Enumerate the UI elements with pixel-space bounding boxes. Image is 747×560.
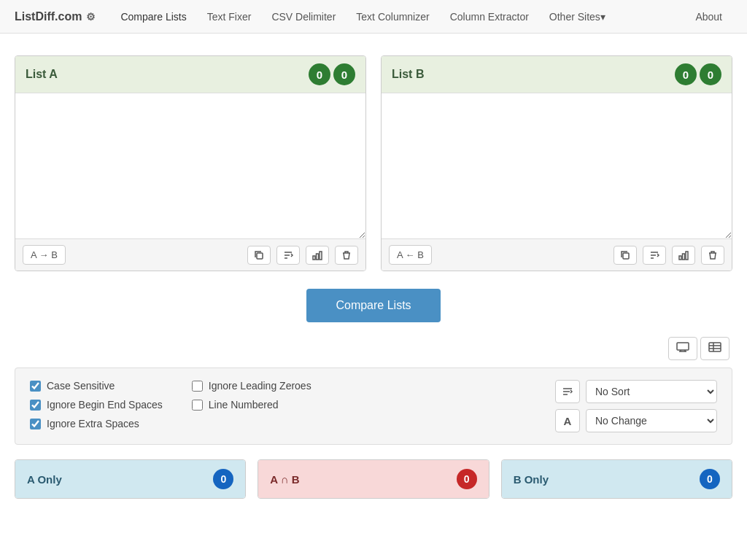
list-a-badge-2: 0 — [333, 63, 355, 85]
ignore-begin-end-row[interactable]: Ignore Begin End Spaces — [30, 399, 163, 411]
svg-rect-4 — [313, 256, 315, 260]
list-b-textarea[interactable] — [382, 93, 732, 238]
view-toggles — [15, 337, 732, 360]
case-sensitive-label: Case Sensitive — [47, 380, 115, 392]
list-b-footer: A ← B — [382, 238, 732, 271]
nav-text-columnizer[interactable]: Text Columnizer — [346, 0, 439, 34]
case-row: A No Change Uppercase Lowercase — [555, 409, 717, 432]
sort-col: No Sort A-Z Z-A A No Change Uppercase Lo… — [555, 380, 717, 432]
list-a-badges: 0 0 — [309, 63, 355, 85]
svg-rect-13 — [686, 252, 688, 260]
list-a-badge-1: 0 — [309, 63, 330, 85]
result-b-only-title: B Only — [514, 473, 549, 486]
svg-rect-6 — [320, 252, 322, 260]
brand: ListDiff.com ⚙ — [15, 10, 96, 23]
list-a-title: List A — [26, 68, 58, 81]
result-intersection: A ∩ B 0 — [258, 459, 489, 499]
navbar: ListDiff.com ⚙ Compare Lists Text Fixer … — [0, 0, 747, 34]
list-a-footer: A → B — [15, 238, 365, 271]
ignore-leading-zeroes-label: Ignore Leading Zeroes — [209, 380, 311, 392]
result-b-only-count: 0 — [700, 469, 720, 489]
list-b-badge-1: 0 — [675, 63, 697, 85]
list-a-header: List A 0 0 — [15, 56, 365, 93]
result-intersection-count: 0 — [457, 469, 477, 489]
list-b-copy-button[interactable] — [614, 246, 637, 265]
list-b-title: List B — [392, 68, 424, 81]
result-b-only-header: B Only 0 — [502, 460, 732, 498]
result-b-only: B Only 0 — [501, 459, 732, 499]
brand-name: ListDiff.com — [15, 10, 82, 23]
nav-column-extractor[interactable]: Column Extractor — [440, 0, 539, 34]
lists-row: List A 0 0 A → B — [15, 55, 732, 271]
list-a-copy-button[interactable] — [247, 246, 271, 265]
line-numbered-row[interactable]: Line Numbered — [192, 399, 311, 411]
svg-rect-18 — [709, 343, 721, 351]
svg-rect-0 — [257, 253, 263, 259]
list-b-transfer-button[interactable]: A ← B — [389, 245, 432, 265]
results-row: A Only 0 A ∩ B 0 B Only 0 — [15, 459, 732, 499]
list-a-clear-button[interactable] — [335, 246, 358, 265]
view-desktop-button[interactable] — [668, 337, 697, 360]
ignore-extra-checkbox[interactable] — [30, 419, 41, 429]
nav-compare-lists[interactable]: Compare Lists — [110, 0, 196, 34]
result-a-only-header: A Only 0 — [15, 460, 245, 498]
list-b-box: List B 0 0 A ← B — [381, 55, 732, 271]
case-select[interactable]: No Change Uppercase Lowercase — [586, 409, 717, 432]
checkboxes-col-2: Ignore Leading Zeroes Line Numbered — [192, 380, 311, 411]
list-b-clear-button[interactable] — [701, 246, 724, 265]
main-content: List A 0 0 A → B — [0, 34, 747, 521]
case-sensitive-checkbox[interactable] — [30, 381, 41, 392]
result-intersection-header: A ∩ B 0 — [258, 460, 488, 498]
sort-select[interactable]: No Sort A-Z Z-A — [586, 380, 717, 403]
nav-other-sites[interactable]: Other Sites ▾ — [539, 0, 616, 34]
nav-right: About — [685, 0, 732, 34]
ignore-leading-zeroes-row[interactable]: Ignore Leading Zeroes — [192, 380, 311, 392]
ignore-begin-end-label: Ignore Begin End Spaces — [47, 399, 163, 411]
compare-button[interactable]: Compare Lists — [306, 289, 440, 322]
ignore-begin-end-checkbox[interactable] — [30, 400, 41, 411]
list-a-chart-button[interactable] — [306, 246, 329, 265]
svg-rect-12 — [683, 254, 685, 260]
nav-about[interactable]: About — [685, 0, 732, 34]
line-numbered-label: Line Numbered — [209, 399, 279, 411]
checkboxes-col-1: Case Sensitive Ignore Begin End Spaces I… — [30, 380, 163, 429]
list-b-chart-button[interactable] — [672, 246, 695, 265]
list-a-sort-button[interactable] — [276, 246, 300, 265]
ignore-leading-zeroes-checkbox[interactable] — [192, 381, 203, 392]
list-b-sort-button[interactable] — [643, 246, 666, 265]
gear-icon: ⚙ — [86, 11, 96, 23]
list-b-badge-2: 0 — [700, 63, 721, 85]
ignore-extra-row[interactable]: Ignore Extra Spaces — [30, 418, 163, 429]
list-b-badges: 0 0 — [675, 63, 721, 85]
result-a-only: A Only 0 — [15, 459, 246, 499]
compare-section: Compare Lists — [15, 289, 732, 322]
line-numbered-checkbox[interactable] — [192, 400, 203, 411]
result-a-only-count: 0 — [213, 469, 233, 489]
list-a-textarea[interactable] — [15, 93, 365, 238]
nav-links: Compare Lists Text Fixer CSV Delimiter T… — [110, 0, 685, 34]
svg-rect-11 — [679, 256, 681, 260]
svg-rect-14 — [677, 343, 689, 350]
case-sensitive-row[interactable]: Case Sensitive — [30, 380, 163, 392]
result-a-only-title: A Only — [27, 473, 62, 486]
ignore-extra-label: Ignore Extra Spaces — [47, 418, 139, 429]
options-panel: Case Sensitive Ignore Begin End Spaces I… — [15, 368, 732, 445]
list-a-transfer-button[interactable]: A → B — [23, 245, 66, 265]
list-b-header: List B 0 0 — [382, 56, 732, 93]
case-icon: A — [555, 409, 580, 432]
result-intersection-title: A ∩ B — [270, 473, 299, 486]
nav-csv-delimiter[interactable]: CSV Delimiter — [261, 0, 346, 34]
sort-icon — [555, 380, 580, 403]
view-table-button[interactable] — [700, 337, 729, 360]
list-a-box: List A 0 0 A → B — [15, 55, 366, 271]
svg-rect-5 — [317, 254, 319, 260]
nav-text-fixer[interactable]: Text Fixer — [197, 0, 262, 34]
svg-rect-7 — [623, 253, 629, 259]
sort-row: No Sort A-Z Z-A — [555, 380, 717, 403]
